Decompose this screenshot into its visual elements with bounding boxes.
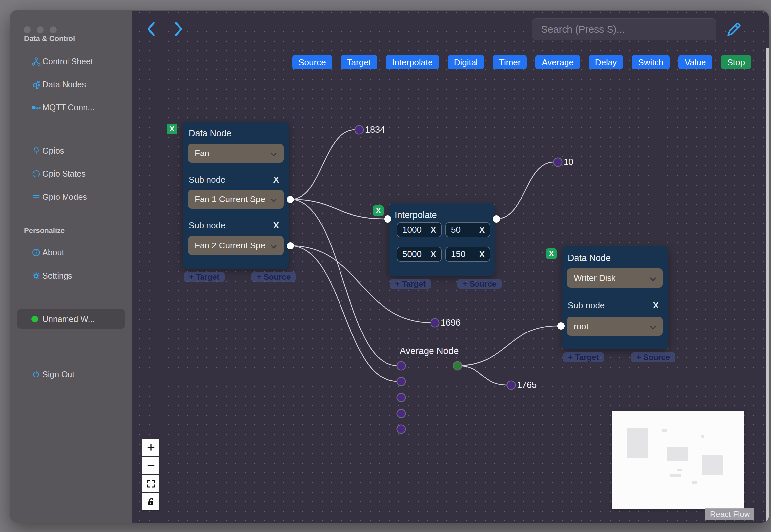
palette-button-source[interactable]: Source — [292, 55, 332, 69]
remove-sub-node-button[interactable]: X — [653, 300, 658, 311]
delete-node-button[interactable]: X — [373, 205, 384, 216]
add-source-badge[interactable]: + Source — [251, 272, 296, 282]
palette-button-target[interactable]: Target — [341, 55, 377, 69]
palette-button-average[interactable]: Average — [535, 55, 580, 69]
interpolate-value: 150 — [451, 249, 479, 259]
back-button[interactable] — [146, 21, 157, 37]
clear-value-button[interactable]: X — [479, 250, 485, 259]
palette-button-interpolate[interactable]: Interpolate — [386, 55, 439, 69]
clear-value-button[interactable]: X — [431, 225, 436, 235]
flow-canvas[interactable]: SourceTargetInterpolateDigitalTimerAvera… — [132, 11, 769, 523]
palette-button-switch[interactable]: Switch — [632, 55, 670, 69]
sidebar-item-gpio-states[interactable]: Gpio States — [10, 168, 133, 179]
sub-node-label: Sub node — [189, 175, 225, 185]
node-select[interactable]: Writer Disk — [567, 268, 663, 288]
connection-handle[interactable] — [287, 242, 294, 249]
power-icon — [32, 370, 41, 379]
close-window-dot[interactable] — [24, 26, 31, 33]
palette-button-timer[interactable]: Timer — [493, 55, 527, 69]
vertical-scrollbar[interactable] — [766, 48, 769, 523]
average-input-port[interactable] — [397, 362, 405, 370]
sidebar-item-sign-out[interactable]: Sign Out — [10, 369, 133, 380]
delete-node-button[interactable]: X — [167, 124, 177, 134]
info-icon — [32, 248, 41, 257]
minus-control-button[interactable] — [142, 457, 159, 474]
connection-handle[interactable] — [557, 322, 565, 330]
chevron-down-icon — [270, 243, 278, 248]
interpolate-value-input[interactable]: 1000X — [397, 222, 442, 237]
average-input-port[interactable] — [397, 378, 405, 385]
forward-button[interactable] — [173, 21, 184, 37]
node-select[interactable]: Fan 1 Current Spe — [188, 190, 284, 209]
lock-control-button[interactable] — [142, 493, 159, 510]
node-select-value: Fan 2 Current Spe — [195, 241, 265, 251]
add-target-badge[interactable]: + Target — [563, 352, 604, 362]
flow-node-fan[interactable]: Data NodeFanSub nodeXFan 1 Current SpeSu… — [183, 122, 289, 269]
value-node-reading: 10 — [564, 157, 573, 167]
sidebar-item-workspace[interactable]: Unnamed W... — [17, 309, 125, 329]
remove-sub-node-button[interactable]: X — [273, 175, 279, 185]
average-input-port[interactable] — [397, 394, 405, 401]
add-source-badge[interactable]: + Source — [631, 352, 675, 362]
svg-text:MQTT: MQTT — [35, 106, 41, 109]
minus-icon — [146, 461, 156, 470]
plus-control-button[interactable] — [142, 439, 159, 456]
node-title: Interpolate — [395, 210, 437, 220]
node-title: Data Node — [568, 253, 611, 263]
node-select[interactable]: Fan 2 Current Spe — [188, 236, 284, 255]
minimize-window-dot[interactable] — [37, 26, 44, 33]
sub-node-label: Sub node — [189, 220, 225, 231]
average-output-port[interactable] — [454, 362, 461, 370]
flow-node-writer[interactable]: Data NodeWriter DiskSub nodeXrootX — [562, 246, 668, 349]
interpolate-value: 5000 — [402, 249, 431, 259]
zoom-window-dot[interactable] — [50, 26, 57, 33]
connection-handle[interactable] — [493, 215, 500, 223]
sidebar-item-data-nodes[interactable]: Data Nodes — [10, 79, 133, 90]
flow-node-interpolate[interactable]: Interpolate1000X50X5000X150XX — [389, 203, 495, 276]
palette-button-stop[interactable]: Stop — [721, 55, 751, 69]
interpolate-value-input[interactable]: 150X — [445, 247, 490, 262]
window-traffic-lights[interactable] — [24, 26, 57, 33]
palette-button-value[interactable]: Value — [678, 55, 712, 69]
plus-icon — [146, 442, 156, 452]
clear-value-button[interactable]: X — [431, 250, 436, 259]
connection-handle[interactable] — [287, 196, 294, 203]
node-title: Data Node — [189, 128, 231, 139]
clear-value-button[interactable]: X — [479, 225, 485, 235]
fit-view-control-button[interactable] — [142, 475, 159, 492]
palette-button-digital[interactable]: Digital — [448, 55, 484, 69]
sidebar-item-settings[interactable]: Settings — [10, 270, 133, 281]
node-select[interactable]: Fan — [188, 144, 284, 163]
sidebar-item-mqtt-conn[interactable]: MQTTMQTT Conn... — [10, 102, 133, 113]
remove-sub-node-button[interactable]: X — [273, 220, 279, 231]
sidebar-item-about[interactable]: About — [10, 247, 133, 258]
interpolate-value-input[interactable]: 50X — [445, 222, 490, 237]
value-node-port[interactable] — [431, 319, 439, 327]
interpolate-value: 50 — [451, 225, 479, 235]
value-node-port[interactable] — [507, 381, 515, 389]
sidebar-item-gpio-modes[interactable]: Gpio Modes — [10, 191, 133, 202]
palette-button-delay[interactable]: Delay — [589, 55, 623, 69]
interpolate-value-input[interactable]: 5000X — [397, 247, 442, 262]
search-input[interactable] — [532, 18, 716, 40]
average-input-port[interactable] — [397, 410, 405, 417]
chevron-left-icon — [149, 23, 154, 35]
select-chevron-icon — [270, 151, 278, 158]
chevron-down-icon — [649, 324, 658, 329]
value-node-port[interactable] — [355, 126, 363, 134]
workspace-status-dot — [31, 316, 38, 322]
add-target-badge[interactable]: + Target — [390, 279, 431, 289]
node-select[interactable]: root — [567, 317, 663, 336]
delete-node-button[interactable]: X — [546, 248, 557, 259]
minimap[interactable] — [612, 411, 744, 509]
sidebar-item-control-sheet[interactable]: Control Sheet — [10, 56, 133, 67]
add-source-badge[interactable]: + Source — [457, 279, 502, 289]
value-node-port[interactable] — [554, 158, 562, 166]
connection-handle[interactable] — [384, 215, 391, 223]
pencil-icon — [725, 21, 742, 38]
add-target-badge[interactable]: + Target — [184, 272, 225, 282]
sidebar-item-gpios[interactable]: Gpios — [10, 145, 133, 156]
edit-button[interactable] — [725, 21, 742, 38]
average-input-port[interactable] — [397, 425, 405, 433]
select-chevron-icon — [270, 197, 278, 204]
